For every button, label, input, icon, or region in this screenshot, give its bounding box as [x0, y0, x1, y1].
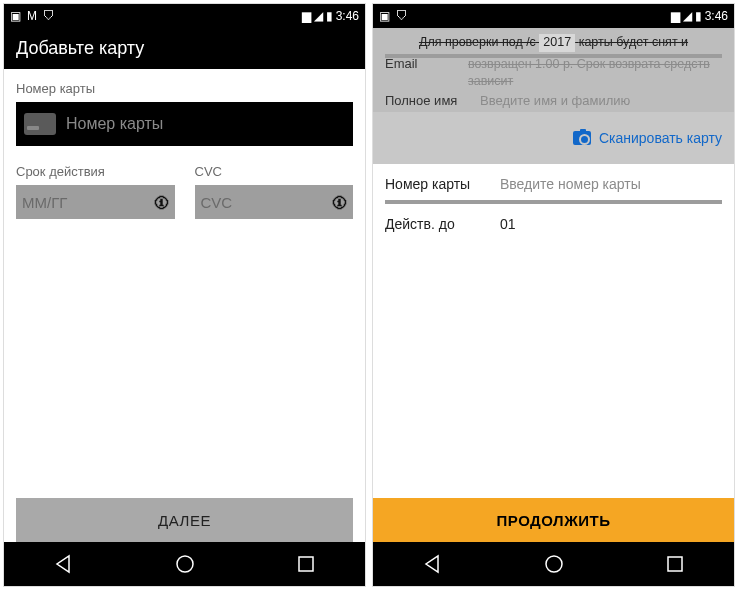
wifi-icon: ▆ [302, 9, 311, 23]
signal-icon: ◢ [683, 9, 692, 23]
top-notice-area: Для проверки под /c 2017 карты будет сня… [373, 28, 734, 112]
card-number-label: Номер карты [16, 81, 353, 96]
card-number-row[interactable]: Номер карты Введите номер карты [373, 164, 734, 200]
fullname-row[interactable]: Полное имя Введите имя и фамилию [385, 93, 722, 108]
year-badge: 2017 [539, 34, 575, 52]
expiry-placeholder: ММ/ГГ [22, 194, 67, 211]
notice-text: Для проверки под /c 2017 карты будет сня… [385, 34, 722, 52]
fullname-label: Полное имя [385, 93, 480, 108]
signal-icon: ◢ [314, 9, 323, 23]
card-icon [24, 113, 56, 135]
page-title: Добавьте карту [4, 28, 365, 69]
recent-icon[interactable] [297, 555, 315, 573]
card-number-label: Номер карты [385, 176, 500, 192]
battery-icon: ▮ [695, 9, 702, 23]
expiry-label: Срок действия [16, 164, 175, 179]
valid-till-row[interactable]: Действ. до 01 [373, 204, 734, 240]
status-time: 3:46 [705, 9, 728, 23]
svg-point-4 [546, 556, 562, 572]
debug-icon: ⛉ [43, 9, 55, 23]
svg-marker-0 [57, 556, 69, 572]
expiry-input[interactable]: ММ/ГГ 🛈 [16, 185, 175, 219]
card-number-placeholder: Введите номер карты [500, 176, 641, 192]
gmail-icon: M [27, 9, 37, 23]
debug-icon: ⛉ [396, 9, 408, 23]
image-icon: ▣ [379, 9, 390, 23]
valid-label: Действ. до [385, 216, 500, 232]
fullname-placeholder: Введите имя и фамилию [480, 93, 630, 108]
card-number-placeholder: Номер карты [66, 115, 163, 133]
nav-bar [373, 542, 734, 586]
back-icon[interactable] [423, 554, 443, 574]
next-button[interactable]: ДАЛЕЕ [16, 498, 353, 542]
phone-screen-a: ▣ M ⛉ ▆ ◢ ▮ 3:46 Добавьте карту Номер ка… [3, 3, 366, 587]
home-icon[interactable] [543, 553, 565, 575]
status-bar: ▣ M ⛉ ▆ ◢ ▮ 3:46 [4, 4, 365, 28]
email-label: Email [385, 56, 468, 91]
help-icon[interactable]: 🛈 [332, 194, 347, 211]
svg-marker-3 [426, 556, 438, 572]
email-row[interactable]: Email возвращен 1.00 р. Срок возврата ср… [385, 56, 722, 91]
image-icon: ▣ [10, 9, 21, 23]
home-icon[interactable] [174, 553, 196, 575]
camera-icon [573, 131, 591, 145]
help-icon[interactable]: 🛈 [154, 194, 169, 211]
valid-value: 01 [500, 216, 516, 232]
notice-line2: возвращен 1.00 р. Срок возврата средств … [468, 56, 722, 91]
cvc-placeholder: CVC [201, 194, 233, 211]
recent-icon[interactable] [666, 555, 684, 573]
continue-button[interactable]: ПРОДОЛЖИТЬ [373, 498, 734, 542]
scan-card-button[interactable]: Сканировать карту [373, 112, 734, 164]
back-icon[interactable] [54, 554, 74, 574]
nav-bar [4, 542, 365, 586]
cvc-label: CVC [195, 164, 354, 179]
svg-point-1 [177, 556, 193, 572]
status-bar: ▣ ⛉ ▆ ◢ ▮ 3:46 [373, 4, 734, 28]
battery-icon: ▮ [326, 9, 333, 23]
wifi-icon: ▆ [671, 9, 680, 23]
svg-rect-2 [299, 557, 313, 571]
card-number-input[interactable]: Номер карты [16, 102, 353, 146]
cvc-input[interactable]: CVC 🛈 [195, 185, 354, 219]
status-time: 3:46 [336, 9, 359, 23]
scan-label: Сканировать карту [599, 130, 722, 146]
svg-rect-5 [668, 557, 682, 571]
phone-screen-b: ▣ ⛉ ▆ ◢ ▮ 3:46 Для проверки под /c 2017 … [372, 3, 735, 587]
